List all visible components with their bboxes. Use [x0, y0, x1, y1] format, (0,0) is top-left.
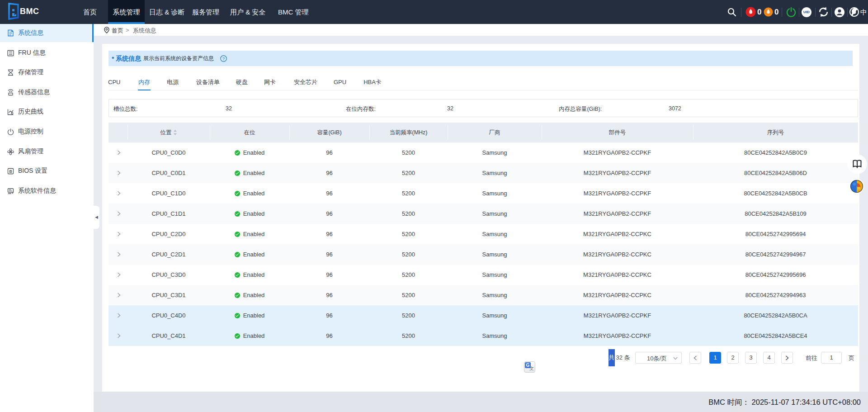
svg-text:?: ? — [222, 56, 225, 61]
svg-text:B: B — [9, 169, 12, 173]
